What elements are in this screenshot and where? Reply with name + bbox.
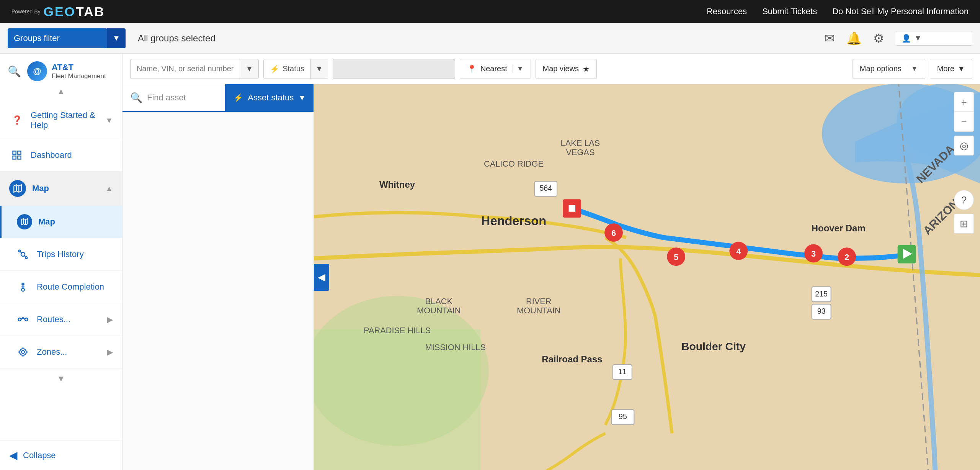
groups-filter-button[interactable]: Groups filter: [8, 28, 107, 48]
svg-marker-7: [21, 219, 28, 225]
user-icon: 👤: [902, 34, 911, 43]
asset-list: [122, 112, 314, 470]
zoom-out-button[interactable]: −: [954, 112, 974, 132]
location-button[interactable]: ◎: [954, 136, 974, 156]
top-nav-links: Resources Submit Tickets Do Not Sell My …: [707, 7, 969, 16]
top-navigation: Powered By GEOTAB Resources Submit Ticke…: [0, 0, 980, 23]
map-views-label: Map views: [543, 64, 579, 73]
sidebar-search-icon[interactable]: 🔍: [8, 65, 21, 78]
sidebar-item-zones[interactable]: Zones... ▶: [0, 336, 122, 368]
sidebar-item-route-completion[interactable]: Route Completion: [0, 271, 122, 303]
brand-text: AT&T Fleet Management: [52, 62, 106, 80]
resources-link[interactable]: Resources: [707, 7, 747, 16]
svg-marker-4: [14, 185, 21, 192]
asset-search-bar: 🔍 Find asset ⚡ Asset status ▼: [122, 84, 314, 112]
svg-text:Henderson: Henderson: [481, 214, 546, 228]
sidebar-collapse-button[interactable]: ◀ Collapse: [0, 440, 122, 470]
star-icon: ★: [583, 64, 590, 74]
svg-text:11: 11: [618, 367, 627, 376]
svg-rect-1: [18, 151, 21, 154]
asset-search-input[interactable]: 🔍 Find asset: [122, 84, 225, 111]
map-toolbar: Name, VIN, or serial number ▼ ⚡ Status ▼…: [122, 54, 980, 84]
chevron-left-icon: ◀: [318, 271, 325, 283]
asset-status-filter[interactable]: ⚡ Asset status ▼: [225, 84, 314, 111]
logo-area: Powered By GEOTAB: [11, 4, 105, 19]
groups-selected-text: All groups selected: [138, 33, 216, 44]
user-dropdown[interactable]: 👤 ▼: [896, 31, 972, 46]
mail-icon[interactable]: ✉: [825, 31, 835, 46]
status-label: ⚡ Status: [264, 64, 310, 74]
svg-text:BLACK: BLACK: [425, 296, 453, 306]
user-dropdown-arrow: ▼: [914, 34, 922, 43]
asset-status-dropdown-arrow: ▼: [298, 93, 306, 102]
map-views-button[interactable]: Map views ★: [536, 59, 597, 79]
groups-filter-control[interactable]: Groups filter ▼: [8, 28, 126, 48]
sidebar-section-map-label: Map: [32, 183, 99, 193]
name-vin-placeholder: Name, VIN, or serial number: [131, 64, 240, 73]
sidebar-section-map[interactable]: Map ▲: [0, 172, 122, 206]
svg-text:VEGAS: VEGAS: [566, 147, 595, 157]
map-options-label: Map options: [860, 64, 902, 73]
svg-text:MOUNTAIN: MOUNTAIN: [517, 306, 560, 315]
svg-text:RIVER: RIVER: [526, 296, 551, 306]
svg-text:Boulder City: Boulder City: [681, 340, 746, 352]
nearest-icon: 📍: [467, 64, 477, 74]
svg-point-17: [21, 288, 24, 291]
find-asset-placeholder: Find asset: [147, 93, 186, 103]
map-background: 564 95 11 93 215 Whitney C: [314, 84, 980, 470]
route-completion-icon: [15, 279, 31, 295]
nearest-button[interactable]: 📍 Nearest ▼: [460, 59, 531, 79]
more-button[interactable]: More ▼: [930, 59, 972, 79]
zones-arrow-icon: ▶: [107, 347, 113, 357]
do-not-sell-link[interactable]: Do Not Sell My Personal Information: [832, 7, 969, 16]
sidebar-item-routes[interactable]: Routes... ▶: [0, 303, 122, 336]
settings-icon[interactable]: ⚙: [873, 31, 884, 46]
map-toggle-button[interactable]: ◀: [314, 264, 329, 291]
svg-rect-2: [18, 156, 21, 159]
help-button[interactable]: ?: [954, 190, 974, 210]
chevron-up-icon: ▲: [105, 184, 113, 193]
sidebar-item-dashboard[interactable]: Dashboard: [0, 139, 122, 172]
map-area: 564 95 11 93 215 Whitney C: [314, 84, 980, 470]
status-filter-button[interactable]: ⚡ Status ▼: [263, 59, 328, 79]
sidebar-item-getting-started[interactable]: ❓ Getting Started & Help ▼: [0, 102, 122, 139]
svg-point-32: [314, 296, 489, 446]
sidebar-item-map[interactable]: Map: [0, 206, 122, 238]
svg-text:LAKE LAS: LAKE LAS: [561, 138, 600, 148]
svg-text:Railroad Pass: Railroad Pass: [542, 354, 602, 364]
svg-point-12: [25, 257, 27, 259]
svg-point-20: [25, 318, 28, 321]
map-options-button[interactable]: Map options ▼: [853, 59, 925, 79]
groups-filter-dropdown-arrow[interactable]: ▼: [107, 28, 126, 48]
svg-text:4: 4: [736, 247, 741, 256]
map-section-icon: [9, 180, 26, 197]
svg-point-23: [20, 349, 26, 355]
more-dropdown-arrow: ▼: [957, 64, 965, 73]
search-box[interactable]: [333, 59, 455, 79]
sidebar-item-route-completion-label: Route Completion: [37, 282, 113, 292]
bell-icon[interactable]: 🔔: [846, 31, 862, 46]
sidebar-top: 🔍 @ AT&T Fleet Management: [0, 54, 122, 81]
svg-rect-61: [569, 205, 575, 211]
collapse-arrow-icon: ◀: [9, 449, 18, 462]
sidebar-item-trips-history[interactable]: Trips History: [0, 238, 122, 271]
groups-right-icons: ✉ 🔔 ⚙ 👤 ▼: [825, 31, 972, 46]
content-area: Name, VIN, or serial number ▼ ⚡ Status ▼…: [122, 54, 980, 470]
zoom-in-button[interactable]: +: [954, 92, 974, 112]
groups-filter-label: Groups filter: [14, 33, 60, 43]
submit-tickets-link[interactable]: Submit Tickets: [762, 7, 817, 16]
more-label: More: [937, 64, 955, 73]
name-vin-dropdown-arrow[interactable]: ▼: [240, 59, 258, 79]
svg-point-22: [21, 350, 24, 354]
sidebar: 🔍 @ AT&T Fleet Management ▲ ❓ Getting St…: [0, 54, 122, 470]
svg-point-21: [23, 318, 24, 319]
sidebar-item-trips-label: Trips History: [37, 249, 113, 259]
svg-text:MISSION HILLS: MISSION HILLS: [425, 342, 486, 352]
dashboard-icon: [9, 147, 24, 163]
layers-button[interactable]: ⊞: [954, 214, 974, 234]
sidebar-item-label: Getting Started & Help: [31, 110, 99, 130]
svg-text:5: 5: [674, 252, 678, 262]
routes-icon: [15, 312, 31, 327]
status-dropdown-arrow[interactable]: ▼: [310, 59, 328, 79]
sidebar-brand: @ AT&T Fleet Management: [27, 61, 114, 81]
